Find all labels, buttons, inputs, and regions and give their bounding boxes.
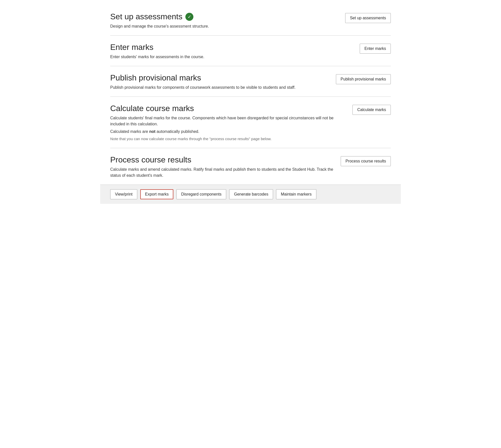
disregard-components-button[interactable]: Disregard components [176,189,226,199]
section-process-course-results: Process course results Calculate marks a… [110,148,391,185]
calculate-desc-note-gray: Note that you can now calculate course m… [110,136,347,142]
view-print-button[interactable]: View/print [110,189,137,199]
main-content: Set up assessments ✓ Design and manage t… [100,0,401,185]
export-marks-button[interactable]: Export marks [140,189,173,199]
section-text-calculate-course-marks: Calculate course marks Calculate student… [110,104,347,142]
section-title-calculate-course-marks: Calculate course marks [110,104,347,113]
section-enter-marks: Enter marks Enter students' marks for as… [110,36,391,66]
check-icon-set-up-assessments: ✓ [185,13,193,21]
section-text-process-course-results: Process course results Calculate marks a… [110,155,336,178]
section-title-publish-provisional-marks: Publish provisional marks [110,73,331,82]
calculate-note-line1-end: automatically published. [156,129,199,134]
calculate-desc-main: Calculate students' final marks for the … [110,115,347,127]
section-desc-publish-provisional-marks: Publish provisional marks for components… [110,84,331,91]
section-text-set-up-assessments: Set up assessments ✓ Design and manage t… [110,12,340,29]
calculate-desc-not-published: Calculated marks are not automatically p… [110,129,347,135]
section-set-up-assessments: Set up assessments ✓ Design and manage t… [110,5,391,36]
page-container: Set up assessments ✓ Design and manage t… [100,0,401,204]
section-title-enter-marks: Enter marks [110,43,355,52]
generate-barcodes-button[interactable]: Generate barcodes [229,189,273,199]
section-desc-enter-marks: Enter students' marks for assessments in… [110,54,355,60]
section-publish-provisional-marks: Publish provisional marks Publish provis… [110,66,391,97]
enter-marks-button[interactable]: Enter marks [360,44,391,54]
publish-provisional-marks-button[interactable]: Publish provisional marks [336,74,391,84]
process-course-results-button[interactable]: Process course results [341,156,391,166]
section-calculate-course-marks: Calculate course marks Calculate student… [110,97,391,148]
calculate-marks-button[interactable]: Calculate marks [352,105,391,115]
calculate-note-line1: Calculated marks are [110,129,149,134]
footer-bar: View/print Export marks Disregard compon… [100,185,401,204]
section-title-process-course-results: Process course results [110,155,336,164]
section-desc-process-course-results: Calculate marks and amend calculated mar… [110,166,336,178]
section-title-set-up-assessments: Set up assessments ✓ [110,12,340,21]
section-desc-calculate-course-marks: Calculate students' final marks for the … [110,115,347,142]
maintain-markers-button[interactable]: Maintain markers [276,189,316,199]
calculate-note-bold: not [149,129,156,134]
section-text-publish-provisional-marks: Publish provisional marks Publish provis… [110,73,331,91]
set-up-assessments-button[interactable]: Set up assessments [345,13,391,23]
section-desc-set-up-assessments: Design and manage the course's assessmen… [110,23,340,29]
section-text-enter-marks: Enter marks Enter students' marks for as… [110,43,355,60]
